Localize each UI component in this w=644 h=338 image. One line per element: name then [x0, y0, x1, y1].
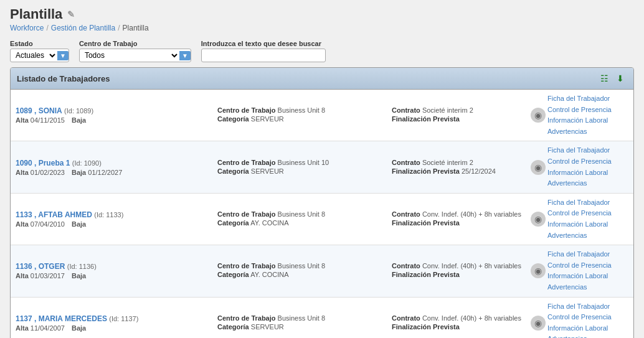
worker-finger[interactable]: ◉	[529, 108, 547, 123]
action-link-1[interactable]: Control de Presencia	[547, 105, 628, 116]
action-link-2[interactable]: Información Laboral	[547, 167, 628, 179]
alta-label: Alta 11/04/2007	[16, 324, 65, 332]
baja-label: Baja	[72, 272, 86, 279]
worker-actions: Ficha del TrabajadorControl de Presencia…	[547, 301, 628, 339]
alta-label: Alta 04/11/2015	[16, 116, 65, 124]
centro-detail: Centro de Trabajo Business Unit 8	[217, 262, 392, 270]
fingerprint-icon[interactable]: ◉	[531, 263, 546, 278]
worker-dates: Alta 04/11/2015 Baja	[16, 116, 217, 124]
action-link-1[interactable]: Control de Presencia	[547, 260, 628, 271]
action-link-1[interactable]: Control de Presencia	[547, 312, 628, 323]
list-header-icons: ☷ ⬇	[597, 72, 627, 85]
fingerprint-icon[interactable]: ◉	[531, 160, 546, 175]
action-link-0[interactable]: Ficha del Trabajador	[547, 249, 628, 260]
fingerprint-icon[interactable]: ◉	[531, 212, 546, 227]
worker-contract: Contrato Conv. Indef. (40h) + 8h variabl…	[392, 210, 529, 228]
contrato-row: Contrato Conv. Indef. (40h) + 8h variabl…	[392, 262, 529, 270]
worker-contract: Contrato Conv. Indef. (40h) + 8h variabl…	[392, 262, 529, 279]
centro-arrow[interactable]: ▼	[179, 51, 191, 60]
contrato-row: Contrato Conv. Indef. (40h) + 8h variabl…	[392, 314, 529, 322]
workers-list-container: Listado de Trabajadores ☷ ⬇ 1089 , SONIA…	[10, 67, 634, 338]
alta-label: Alta 01/03/2017	[16, 272, 65, 279]
contrato-row: Contrato Societé interim 2	[392, 159, 529, 166]
worker-dates: Alta 11/04/2007 Baja	[16, 324, 217, 332]
centro-select-container[interactable]: Todos Business Unit 8 Business Unit 10 ▼	[79, 49, 191, 62]
worker-finger[interactable]: ◉	[529, 160, 547, 175]
baja-label: Baja 01/12/2027	[72, 169, 122, 176]
worker-info: 1090 , Prueba 1 (Id: 1090) Alta 01/02/20…	[16, 159, 217, 176]
action-link-0[interactable]: Ficha del Trabajador	[547, 93, 628, 105]
worker-dates: Alta 07/04/2010 Baja	[16, 220, 217, 228]
baja-label: Baja	[72, 324, 86, 332]
action-link-3[interactable]: Advertencias	[547, 178, 628, 189]
estado-filter: Estado Actuales Todos Bajas ▼	[10, 40, 69, 62]
worker-name[interactable]: 1090 , Prueba 1	[16, 159, 70, 167]
action-link-2[interactable]: Información Laboral	[547, 219, 628, 230]
worker-id: (Id: 1133)	[94, 211, 123, 218]
worker-name[interactable]: 1133 , AFTAB AHMED	[16, 210, 92, 219]
baja-label: Baja	[72, 116, 86, 124]
table-row: 1136 , OTGER (Id: 1136) Alta 01/03/2017 …	[11, 245, 633, 297]
fingerprint-icon[interactable]: ◉	[531, 316, 546, 331]
page-title: Plantilla	[10, 6, 62, 22]
excel-export-icon[interactable]: ☷	[597, 72, 611, 85]
worker-name[interactable]: 1137 , MARIA MERCEDES	[16, 314, 107, 323]
action-link-3[interactable]: Advertencias	[547, 282, 628, 293]
action-link-3[interactable]: Advertencias	[547, 230, 628, 242]
action-link-2[interactable]: Información Laboral	[547, 271, 628, 282]
action-link-2[interactable]: Información Laboral	[547, 323, 628, 334]
action-link-0[interactable]: Ficha del Trabajador	[547, 145, 628, 156]
finalizacion-row: Finalización Prevista	[392, 323, 529, 331]
action-link-0[interactable]: Ficha del Trabajador	[547, 197, 628, 209]
breadcrumb-current: Plantilla	[123, 24, 149, 32]
download-icon[interactable]: ⬇	[613, 72, 627, 85]
estado-arrow[interactable]: ▼	[57, 51, 69, 60]
search-filter: Introduzca el texto que desee buscar	[201, 40, 326, 62]
breadcrumb-gestion[interactable]: Gestión de Plantilla	[51, 24, 115, 32]
table-row: 1137 , MARIA MERCEDES (Id: 1137) Alta 11…	[11, 298, 633, 339]
worker-finger[interactable]: ◉	[529, 316, 547, 331]
worker-info: 1137 , MARIA MERCEDES (Id: 1137) Alta 11…	[16, 314, 217, 332]
breadcrumb-workforce[interactable]: Workforce	[10, 24, 44, 32]
worker-contract: Contrato Societé interim 2 Finalización …	[392, 159, 529, 176]
workers-list: 1089 , SONIA (Id: 1089) Alta 04/11/2015 …	[11, 90, 633, 338]
worker-info: 1136 , OTGER (Id: 1136) Alta 01/03/2017 …	[16, 262, 217, 279]
worker-details: Centro de Trabajo Business Unit 10 Categ…	[217, 159, 392, 176]
action-link-3[interactable]: Advertencias	[547, 126, 628, 138]
centro-select[interactable]: Todos Business Unit 8 Business Unit 10	[80, 49, 179, 62]
action-link-1[interactable]: Control de Presencia	[547, 156, 628, 167]
action-link-2[interactable]: Información Laboral	[547, 115, 628, 126]
worker-id: (Id: 1089)	[64, 107, 93, 115]
page-header: Plantilla ✎ Workforce / Gestión de Plant…	[0, 0, 644, 35]
table-row: 1089 , SONIA (Id: 1089) Alta 04/11/2015 …	[11, 90, 633, 141]
worker-dates: Alta 01/02/2023 Baja 01/12/2027	[16, 169, 217, 176]
action-link-1[interactable]: Control de Presencia	[547, 208, 628, 219]
list-header-title: Listado de Trabajadores	[17, 74, 110, 83]
baja-label: Baja	[72, 220, 86, 228]
categoria-detail: Categoría AY. COCINA	[217, 271, 392, 278]
fingerprint-icon[interactable]: ◉	[531, 108, 546, 123]
centro-label: Centro de Trabajo	[79, 40, 191, 47]
centro-filter: Centro de Trabajo Todos Business Unit 8 …	[79, 40, 191, 62]
finalizacion-row: Finalización Prevista 25/12/2024	[392, 167, 529, 175]
worker-name[interactable]: 1136 , OTGER	[16, 262, 65, 271]
action-link-0[interactable]: Ficha del Trabajador	[547, 301, 628, 312]
search-input[interactable]	[201, 49, 326, 62]
worker-finger[interactable]: ◉	[529, 263, 547, 278]
worker-dates: Alta 01/03/2017 Baja	[16, 272, 217, 279]
categoria-detail: Categoría SERVEUR	[217, 323, 392, 331]
estado-select-container[interactable]: Actuales Todos Bajas ▼	[10, 49, 69, 62]
estado-label: Estado	[10, 40, 69, 47]
worker-details: Centro de Trabajo Business Unit 8 Catego…	[217, 106, 392, 124]
page-title-container: Plantilla ✎	[10, 6, 634, 22]
worker-info: 1089 , SONIA (Id: 1089) Alta 04/11/2015 …	[16, 106, 217, 124]
worker-finger[interactable]: ◉	[529, 212, 547, 227]
search-label: Introduzca el texto que desee buscar	[201, 40, 326, 47]
edit-icon[interactable]: ✎	[67, 9, 75, 19]
worker-actions: Ficha del TrabajadorControl de Presencia…	[547, 197, 628, 241]
estado-select[interactable]: Actuales Todos Bajas	[11, 49, 57, 62]
centro-detail: Centro de Trabajo Business Unit 8	[217, 106, 392, 114]
worker-name[interactable]: 1089 , SONIA	[16, 106, 62, 115]
action-link-3[interactable]: Advertencias	[547, 334, 628, 338]
worker-details: Centro de Trabajo Business Unit 8 Catego…	[217, 262, 392, 279]
